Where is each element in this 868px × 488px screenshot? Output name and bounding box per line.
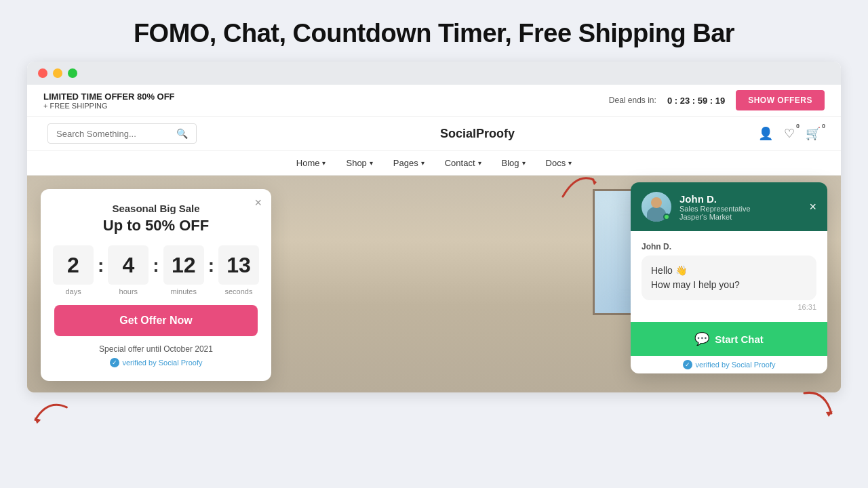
start-chat-button[interactable]: 💬 Start Chat [631,322,827,356]
chevron-down-icon: ▾ [421,159,425,167]
chevron-down-icon: ▾ [522,159,526,167]
timer-days-block: 2 days [53,245,94,296]
timer-minutes-value: 12 [163,245,204,285]
offer-subtitle: + FREE SHIPPING [43,102,175,110]
page-title: FOMO, Chat, Countdown Timer, Free Shippi… [0,0,868,62]
timer-days-label: days [65,287,81,296]
cart-icon-wrap[interactable]: 🛒 0 [806,126,821,141]
fomo-verified-badge: ✓ verified by Social Proofy [54,358,258,367]
browser-titlebar [27,62,841,85]
chat-close-button[interactable]: × [809,200,816,214]
menu-item-home[interactable]: Home ▾ [296,158,326,168]
cart-icon: 🛒 [806,127,821,140]
browser-close-dot[interactable] [38,68,47,78]
search-input[interactable] [56,129,171,139]
chat-timestamp: 16:31 [642,303,816,311]
fomo-close-button[interactable]: × [254,196,262,210]
chat-agent-name: John D. [679,193,801,205]
deal-label: Deal ends in: [609,96,656,105]
wishlist-badge: 0 [796,123,800,129]
svg-marker-0 [33,418,41,424]
online-indicator [663,214,670,220]
chat-widget: John D. Sales Representative Jasper's Ma… [631,182,827,373]
menu-item-blog[interactable]: Blog ▾ [502,158,526,168]
search-box[interactable]: 🔍 [47,123,197,144]
chevron-down-icon: ▾ [322,159,326,167]
chevron-down-icon: ▾ [478,159,481,167]
account-icon-wrap[interactable]: 👤 [758,126,773,141]
offer-bar-left: LIMITED TIME OFFER 80% OFF + FREE SHIPPI… [43,92,175,110]
fomo-title: Seasonal Big Sale [54,203,258,214]
menu-item-shop[interactable]: Shop ▾ [346,158,372,168]
verified-checkmark-icon: ✓ [110,358,119,367]
chat-agent-company: Jasper's Market [679,213,801,221]
chat-header: John D. Sales Representative Jasper's Ma… [631,182,827,231]
fomo-timer: 2 days : 4 hours : 12 minutes : 13 secon… [54,245,258,296]
timer-minutes-block: 12 minutes [163,245,204,296]
cart-badge: 0 [822,123,825,129]
svg-marker-1 [826,411,833,417]
fomo-popup: × Seasonal Big Sale Up to 50% OFF 2 days… [41,189,271,381]
timer-colon-2: : [153,255,159,277]
timer-minutes-label: minutes [170,287,197,296]
timer-hours-block: 4 hours [108,245,149,296]
chat-info: John D. Sales Representative Jasper's Ma… [679,193,801,221]
menu-item-pages[interactable]: Pages ▾ [393,158,425,168]
menu-item-contact[interactable]: Contact ▾ [445,158,481,168]
chat-sender-name: John D. [642,242,816,251]
menu-bar: Home ▾ Shop ▾ Pages ▾ Contact ▾ Blog ▾ D… [27,151,841,176]
account-icon: 👤 [758,127,773,140]
get-offer-button[interactable]: Get Offer Now [54,305,258,336]
offer-title: LIMITED TIME OFFER 80% OFF [43,92,175,102]
timer-seconds-label: seconds [225,287,253,296]
chat-message-1: Hello 👋 [651,264,807,278]
chat-body: John D. Hello 👋 How may I help you? 16:3… [631,231,827,322]
start-chat-label: Start Chat [715,333,764,345]
chat-agent-role: Sales Representative [679,205,801,213]
fomo-subtitle: Up to 50% OFF [54,217,258,235]
fomo-footer-text: Special offer until October 2021 [54,344,258,354]
brand-name: SocialProofy [440,127,515,141]
whatsapp-icon: 💬 [694,331,709,346]
fomo-verified-text: verified by Social Proofy [123,359,203,367]
menu-item-docs[interactable]: Docs ▾ [546,158,572,168]
timer-days-value: 2 [53,245,94,285]
wishlist-icon-wrap[interactable]: ♡ 0 [784,126,795,141]
timer-hours-label: hours [119,287,138,296]
chat-verified-text: verified by Social Proofy [696,361,776,369]
heart-icon: ♡ [784,127,795,140]
chevron-down-icon: ▾ [568,159,572,167]
browser-maximize-dot[interactable] [68,68,77,78]
timer-seconds-block: 13 seconds [218,245,259,296]
arrow-left-annotation [24,388,76,444]
deal-timer: 0 : 23 : 59 : 19 [667,96,725,106]
timer-seconds-value: 13 [218,245,259,285]
nav-bar: 🔍 SocialProofy 👤 ♡ 0 🛒 0 [27,117,841,151]
timer-colon-3: : [208,255,214,277]
timer-hours-value: 4 [108,245,149,285]
nav-icons: 👤 ♡ 0 🛒 0 [758,126,821,141]
chevron-down-icon: ▾ [370,159,373,167]
hero-area: + + × Seasonal Big Sale Up to 50% OFF 2 … [27,176,841,392]
browser-minimize-dot[interactable] [53,68,62,78]
chat-verified-icon: ✓ [683,360,692,369]
browser-window: LIMITED TIME OFFER 80% OFF + FREE SHIPPI… [27,62,841,392]
search-icon: 🔍 [176,128,188,139]
offer-bar: LIMITED TIME OFFER 80% OFF + FREE SHIPPI… [27,85,841,117]
chat-message-bubble: Hello 👋 How may I help you? [642,256,816,300]
chat-verified-badge: ✓ verified by Social Proofy [631,356,827,373]
chat-message-2: How may I help you? [651,278,807,292]
chat-avatar-wrap [642,192,671,222]
timer-colon-1: : [98,255,104,277]
show-offers-button[interactable]: SHOW OFFERS [736,90,825,110]
offer-bar-right: Deal ends in: 0 : 23 : 59 : 19 SHOW OFFE… [609,90,825,110]
